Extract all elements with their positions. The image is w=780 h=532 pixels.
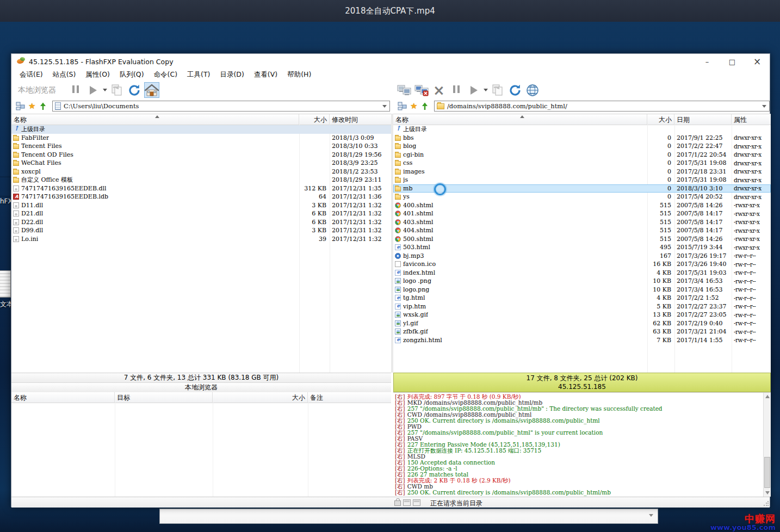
remote-file-row[interactable]: bbs 0 2017/9/1 22:25 drwxr-xr-x (393, 134, 771, 143)
local-path-combobox[interactable]: C:\Users\liu\Documents (52, 101, 390, 112)
tree-view-icon[interactable] (16, 102, 25, 110)
scroll-thumb[interactable] (764, 457, 770, 488)
desktop-flashfxp-icon[interactable] (0, 177, 12, 196)
pause-button[interactable] (68, 82, 83, 98)
menu-item[interactable]: 查看(V) (249, 69, 282, 81)
remote-file-row[interactable]: index.html 4 KB 2017/5/31 19:03 -rw-r--r… (393, 269, 771, 277)
refresh-icon (128, 84, 141, 97)
go-up-icon[interactable] (39, 102, 47, 110)
column-header[interactable]: 备注 (308, 392, 391, 403)
local-file-row[interactable]: D22.dll 6 KB 2017/12/31 1:32 (11, 218, 391, 227)
local-file-row[interactable]: WeChat Files 2018/3/9 23:25 (11, 159, 391, 168)
scroll-up-icon[interactable] (765, 395, 770, 398)
local-file-row[interactable]: 上级目录 (11, 125, 391, 134)
column-header[interactable]: 名称 (393, 114, 647, 125)
column-header[interactable]: 大小 (213, 392, 308, 403)
remote-file-row[interactable]: mb 0 2018/3/10 3:10 drwxr-xr-x (393, 184, 771, 193)
remote-path-combobox[interactable]: /domains/svip88888.com/public_html/ (434, 101, 770, 112)
local-file-row[interactable]: Lo.ini 39 2017/12/31 1:32 (11, 235, 391, 244)
menu-item[interactable]: 帮助(H) (282, 69, 316, 81)
remote-file-row[interactable]: images 0 2017/2/18 23:31 drwxr-xr-x (393, 168, 771, 176)
column-header[interactable]: 大小 (647, 114, 674, 125)
remote-file-row[interactable]: 401.shtml 515 2007/5/8 14:17 -rwxr-xr-x (393, 209, 771, 218)
menu-item[interactable]: 队列(Q) (115, 69, 149, 81)
home-button[interactable] (144, 82, 159, 98)
transfer-queue-button[interactable] (109, 82, 125, 98)
remote-file-row[interactable]: js 0 2017/5/31 19:08 drwxr-xr-x (393, 176, 771, 184)
refresh-button[interactable] (127, 82, 142, 98)
favorites-star-icon[interactable]: ★ (28, 101, 35, 111)
tree-view-icon[interactable] (398, 102, 407, 110)
chevron-down-icon[interactable] (484, 89, 488, 91)
column-header[interactable]: 名称 (11, 114, 299, 125)
menu-item[interactable]: 工具(T) (182, 69, 215, 81)
remote-file-row[interactable]: zongzhi.html 7 KB 2017/1/14 1:55 -rw-r--… (393, 336, 771, 345)
favorites-star-icon[interactable]: ★ (410, 101, 417, 111)
world-button[interactable] (525, 82, 540, 98)
column-header[interactable]: 目标 (115, 392, 213, 403)
chevron-down-icon[interactable] (382, 105, 387, 108)
local-browser-tab[interactable]: 本地浏览器 (11, 383, 391, 393)
minimize-button[interactable]: – (695, 54, 720, 69)
remote-file-row[interactable]: zfbfk.gif 63 KB 2017/3/21 21:04 -rw-r--r… (393, 327, 771, 336)
maximize-button[interactable]: □ (720, 54, 745, 69)
connect-button[interactable] (397, 82, 412, 98)
remote-file-row[interactable]: logo .png 10 KB 2017/3/4 16:53 -rw-r--r-… (393, 277, 771, 286)
local-file-row[interactable]: D21.dll 6 KB 2017/12/31 1:32 (11, 209, 391, 218)
column-header[interactable]: 名称 (11, 392, 115, 403)
remote-file-row[interactable]: wxsk.gif 13 KB 2017/2/27 23:05 -rw-r--r-… (393, 311, 771, 319)
remote-file-row[interactable]: bj.mp3 167 2017/3/26 19:17 -rw-r--r-- (393, 252, 771, 261)
local-file-row[interactable]: FabFilter 2018/1/3 0:09 (11, 134, 391, 143)
remote-file-row[interactable]: 404.shtml 515 2007/5/8 14:17 -rwxr-xr-x (393, 226, 771, 235)
local-list-header: 名称 大小 修改时间 (11, 114, 391, 125)
log-text: 250 OK. Current directory is /domains/sv… (407, 489, 611, 496)
window-titlebar[interactable]: 45.125.51.185 - FlashFXP Evaluation Copy… (11, 54, 770, 69)
scroll-down-icon[interactable] (765, 491, 770, 494)
column-header[interactable]: 大小 (299, 114, 330, 125)
log-scrollbar[interactable] (763, 393, 771, 497)
remote-file-row[interactable]: logo.png 10 KB 2017/3/4 16:53 -rw-r--r-- (393, 286, 771, 294)
column-header[interactable]: 修改时间 (330, 114, 391, 125)
remote-file-row[interactable]: 500.shtml 515 2007/5/8 14:26 -rwxr-xr-x (393, 235, 771, 244)
menu-item[interactable]: 目录(D) (215, 69, 249, 81)
abort-button[interactable]: × (431, 82, 447, 98)
remote-file-row[interactable]: css 0 2017/5/31 19:08 drwxr-xr-x (393, 159, 771, 168)
remote-file-row[interactable]: yl.gif 62 KB 2017/2/19 0:40 -rw-r--r-- (393, 319, 771, 328)
remote-file-row[interactable]: tg.html 4 KB 2017/2/2 1:52 -rw-r--r-- (393, 294, 771, 302)
local-browser-dropdown[interactable]: 本地浏览器 (18, 85, 56, 95)
remote-file-row[interactable]: cgi-bin 0 2017/1/22 20:54 drwxr-xr-x (393, 151, 771, 159)
local-file-row[interactable]: D11.dll 3 KB 2017/12/31 1:32 (11, 201, 391, 210)
refresh-button[interactable] (507, 82, 523, 98)
remote-file-row[interactable]: 403.shtml 515 2007/5/8 14:17 -rwxr-xr-x (393, 218, 771, 227)
local-file-row[interactable]: Tencent OD Files 2018/1/29 19:56 (11, 151, 391, 159)
play-button[interactable] (85, 82, 101, 98)
disconnect-button[interactable] (414, 82, 429, 98)
local-file-row[interactable]: 74717471639165EEDEB.dll 312 KB 2017/12/3… (11, 184, 391, 193)
transfer-queue-button[interactable] (490, 82, 505, 98)
menu-item[interactable]: 站点(S) (48, 69, 81, 81)
chevron-down-icon[interactable] (103, 89, 107, 91)
local-file-row[interactable]: D99.dll 3 KB 2017/12/31 1:32 (11, 226, 391, 235)
chevron-down-icon[interactable] (762, 105, 766, 108)
remote-file-row[interactable]: 400.shtml 515 2007/5/8 14:26 -rwxr-xr-x (393, 201, 771, 210)
menu-item[interactable]: 属性(O) (81, 69, 115, 81)
remote-file-row[interactable]: blog 0 2017/2/2 22:47 drwxr-xr-x (393, 142, 771, 151)
column-header[interactable]: 日期 (674, 114, 732, 125)
remote-file-row[interactable]: vip.htm 5 KB 2017/2/27 23:37 -rw-r--r-- (393, 302, 771, 311)
local-file-row[interactable]: xoxcpl 2018/1/2 23:53 (11, 168, 391, 176)
menu-item[interactable]: 会话(E) (15, 69, 48, 81)
remote-file-row[interactable]: 上级目录 (393, 125, 771, 134)
remote-file-row[interactable]: 503.html 495 2015/7/19 3:44 -rwxr-xr-x (393, 243, 771, 252)
go-up-icon[interactable] (420, 102, 429, 110)
close-button[interactable]: × (745, 54, 770, 69)
play-button[interactable] (466, 82, 481, 98)
column-header[interactable]: 属性 (732, 114, 771, 125)
resize-grip[interactable] (763, 501, 769, 506)
pause-button[interactable] (449, 82, 464, 98)
remote-file-row[interactable]: ys 0 2017/5/4 20:52 drwxr-xr-x (393, 193, 771, 201)
local-file-row[interactable]: 自定义 Office 模板 2018/1/29 23:11 (11, 176, 391, 184)
remote-file-row[interactable]: favicon.ico 16 KB 2017/3/26 19:40 -rw-r-… (393, 260, 771, 269)
local-file-row[interactable]: 74717471639165EEDEB.ldb 64 2017/12/31 1:… (11, 193, 391, 201)
local-file-row[interactable]: Tencent Files 2018/3/10 0:33 (11, 142, 391, 151)
menu-item[interactable]: 命令(C) (149, 69, 182, 81)
